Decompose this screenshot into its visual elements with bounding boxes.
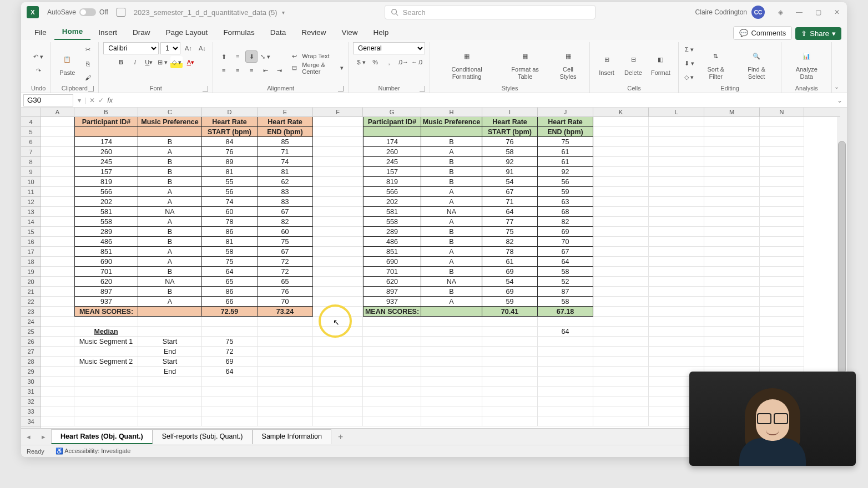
- cell-G21[interactable]: 897: [363, 287, 421, 297]
- cell-bg[interactable]: [363, 337, 421, 347]
- cell-bg[interactable]: [649, 237, 704, 247]
- cell-bg[interactable]: [258, 327, 313, 337]
- cell-H21[interactable]: B: [421, 287, 482, 297]
- cell-H7[interactable]: A: [421, 147, 482, 157]
- cell-bg[interactable]: [593, 396, 649, 406]
- row-header-5[interactable]: 5: [21, 127, 41, 137]
- cell-bg[interactable]: [41, 307, 74, 317]
- cell-bg[interactable]: [138, 396, 202, 406]
- cell-D6[interactable]: 84: [202, 137, 258, 147]
- cell-bg[interactable]: [704, 297, 760, 307]
- cell-bg[interactable]: [593, 337, 649, 347]
- orientation-button[interactable]: ⤡ ▾: [259, 50, 271, 63]
- cell-J15[interactable]: 69: [538, 227, 593, 237]
- cell-bg[interactable]: [421, 377, 482, 387]
- cell-bg[interactable]: [421, 387, 482, 396]
- cell-bg[interactable]: [41, 416, 74, 426]
- cell-bg[interactable]: [760, 327, 804, 337]
- row-header-12[interactable]: 12: [21, 197, 41, 207]
- row-header-24[interactable]: 24: [21, 317, 41, 327]
- cell-bg[interactable]: [421, 396, 482, 406]
- sheet-nav-prev[interactable]: ◂: [21, 433, 36, 441]
- cell-D21[interactable]: 86: [202, 287, 258, 297]
- cell-bg[interactable]: [704, 307, 760, 317]
- cell-B11[interactable]: 566: [74, 187, 138, 197]
- row-header-13[interactable]: 13: [21, 207, 41, 217]
- cell-bg[interactable]: [704, 257, 760, 267]
- cell-bg[interactable]: [760, 187, 804, 197]
- cell-bg[interactable]: [593, 117, 649, 127]
- cell-H23[interactable]: [421, 307, 482, 317]
- row-header-25[interactable]: 25: [21, 327, 41, 337]
- cell-bg[interactable]: [41, 247, 74, 257]
- cell-bg[interactable]: [760, 207, 804, 217]
- row-header-33[interactable]: 33: [21, 406, 41, 416]
- cell-bg[interactable]: [313, 127, 363, 137]
- sheet-tab-0[interactable]: Heart Rates (Obj. Quant.): [51, 429, 153, 444]
- cell-B19[interactable]: 701: [74, 267, 138, 277]
- cell-G15[interactable]: 289: [363, 227, 421, 237]
- format-cells-button[interactable]: ◧Format: [648, 48, 674, 79]
- cell-bg[interactable]: [313, 227, 363, 237]
- maximize-icon[interactable]: ▢: [814, 8, 822, 16]
- col-header-H[interactable]: H: [421, 108, 482, 116]
- cell-bg[interactable]: [649, 207, 704, 217]
- cell-bg[interactable]: [482, 406, 538, 416]
- col-header-F[interactable]: F: [313, 108, 363, 116]
- cell-bg[interactable]: [704, 167, 760, 177]
- col-header-M[interactable]: M: [704, 108, 760, 116]
- cell-bg[interactable]: [202, 377, 258, 387]
- cell-bg[interactable]: [593, 127, 649, 137]
- dialog-launcher-icon[interactable]: [338, 86, 344, 92]
- cell-E21[interactable]: 76: [258, 287, 313, 297]
- cell-bg[interactable]: [41, 387, 74, 396]
- close-icon[interactable]: ✕: [832, 8, 841, 16]
- cell-I17[interactable]: 78: [482, 247, 538, 257]
- formula-input[interactable]: [120, 96, 837, 104]
- col-header-C[interactable]: C: [138, 108, 202, 116]
- col-header-A[interactable]: A: [41, 108, 74, 116]
- align-left-button[interactable]: ≡: [218, 64, 230, 77]
- cell-bg[interactable]: [41, 257, 74, 267]
- align-bottom-button[interactable]: ⬇: [245, 50, 258, 63]
- row-header-11[interactable]: 11: [21, 187, 41, 197]
- cell-bg[interactable]: [649, 177, 704, 187]
- cell-B16[interactable]: 486: [74, 237, 138, 247]
- cell-bg[interactable]: [313, 387, 363, 396]
- cell-J21[interactable]: 87: [538, 287, 593, 297]
- menu-tab-help[interactable]: Help: [365, 25, 396, 40]
- cell-D5[interactable]: START (bpm): [202, 127, 258, 137]
- cell-bg[interactable]: [41, 197, 74, 207]
- cell-bg[interactable]: [482, 367, 538, 377]
- cell-bg[interactable]: [760, 267, 804, 277]
- cell-bg[interactable]: [41, 337, 74, 347]
- cell-C7[interactable]: A: [138, 147, 202, 157]
- cell-D28[interactable]: 69: [202, 357, 258, 367]
- cell-bg[interactable]: [649, 147, 704, 157]
- cell-E6[interactable]: 85: [258, 137, 313, 147]
- cell-H17[interactable]: A: [421, 247, 482, 257]
- status-accessibility[interactable]: ♿ Accessibility: Investigate: [55, 448, 131, 455]
- cell-E14[interactable]: 82: [258, 217, 313, 227]
- cell-C6[interactable]: B: [138, 137, 202, 147]
- comma-button[interactable]: ,: [383, 56, 395, 68]
- cell-B6[interactable]: 174: [74, 137, 138, 147]
- cell-C28[interactable]: Start: [138, 357, 202, 367]
- name-box[interactable]: [23, 94, 73, 106]
- cell-bg[interactable]: [313, 157, 363, 167]
- cell-bg[interactable]: [313, 177, 363, 187]
- cell-bg[interactable]: [760, 297, 804, 307]
- cell-E5[interactable]: END (bpm): [258, 127, 313, 137]
- cell-E15[interactable]: 60: [258, 227, 313, 237]
- cell-E23[interactable]: 73.24: [258, 307, 313, 317]
- menu-tab-page-layout[interactable]: Page Layout: [158, 25, 216, 40]
- row-header-21[interactable]: 21: [21, 287, 41, 297]
- cell-bg[interactable]: [202, 396, 258, 406]
- cell-B12[interactable]: 202: [74, 197, 138, 207]
- format-as-table-button[interactable]: ▦Format as Table: [501, 45, 549, 82]
- row-header-32[interactable]: 32: [21, 396, 41, 406]
- cell-bg[interactable]: [41, 297, 74, 307]
- cell-C19[interactable]: B: [138, 267, 202, 277]
- cell-bg[interactable]: [649, 357, 704, 367]
- delete-cells-button[interactable]: ⊟Delete: [621, 48, 645, 79]
